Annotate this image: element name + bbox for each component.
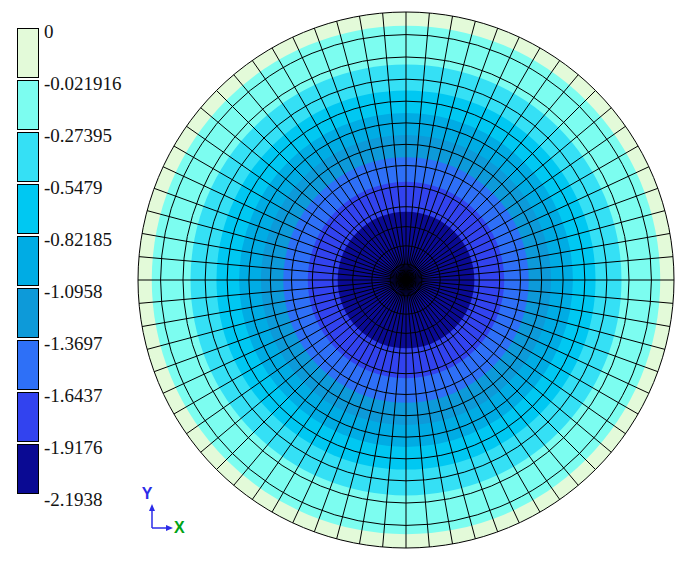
- axis-arrows: [149, 504, 173, 531]
- contour-plot-canvas: [0, 0, 696, 576]
- fea-postprocessor-viewport: 0-0.021916-0.27395-0.5479-0.82185-1.0958…: [0, 0, 696, 576]
- y-axis-label: Y: [142, 485, 153, 502]
- axis-triad: Y X: [130, 480, 194, 536]
- fe-mesh-lines: [138, 12, 674, 548]
- x-axis-label: X: [174, 519, 185, 536]
